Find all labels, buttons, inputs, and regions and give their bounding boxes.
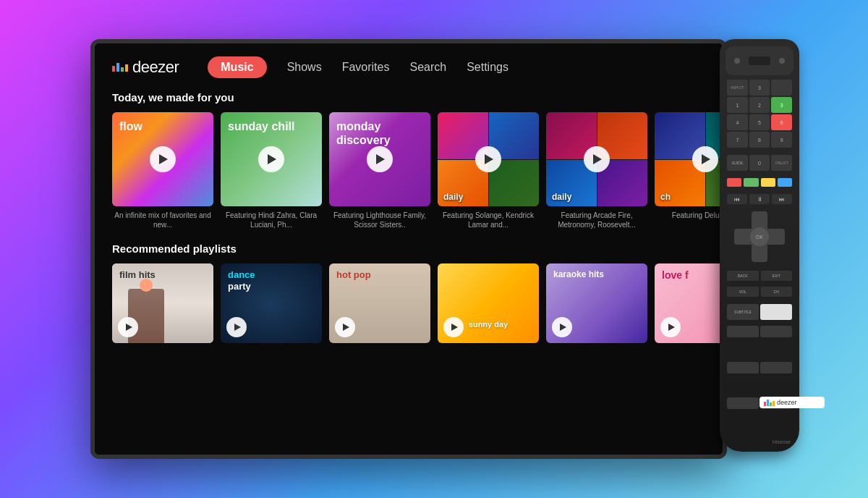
brand-bar-1 (764, 402, 766, 406)
nav-search[interactable]: Search (409, 61, 446, 74)
remote-btn-8[interactable]: 8 (749, 132, 770, 148)
card-daily1[interactable]: daily Featuring Solange, Kendrick Lamar … (438, 112, 539, 229)
remote-green-btn[interactable] (744, 178, 758, 187)
card-sunday-image: sunday chill (221, 112, 322, 206)
remote-btn-6[interactable]: 6 (771, 114, 792, 130)
remote-red-btn[interactable] (727, 178, 741, 187)
hot-pop-label: hot pop (336, 269, 371, 281)
remote-dpad: OK (734, 211, 785, 262)
playlist-dance-party[interactable]: dance party (221, 263, 322, 343)
remote-btn-7[interactable]: 7 (727, 132, 748, 148)
playlist-love[interactable]: love f (655, 263, 723, 343)
hot-pop-play[interactable] (335, 317, 355, 337)
card-monday-desc: Featuring Lighthouse Family, Scissor Sis… (329, 211, 430, 229)
playlist-film-hits[interactable]: film hits (112, 263, 213, 343)
remote-white-btn[interactable] (760, 304, 792, 320)
logo-bar-4 (125, 64, 128, 72)
remote-play-pause-btn[interactable]: ⏸ (749, 194, 770, 204)
daily3-label: ch (660, 192, 671, 202)
remote-btn-3[interactable]: 3 (749, 80, 770, 96)
remote-btn-guide[interactable]: GUIDE (727, 155, 748, 171)
film-hits-play[interactable] (118, 317, 138, 337)
sunny-day-play[interactable] (443, 317, 464, 337)
film-hits-image: film hits (112, 263, 213, 343)
card-daily2[interactable]: daily Featuring Arcade Fire, Metronomy, … (546, 112, 647, 229)
card-sunday-chill[interactable]: sunday chill Featuring Hindi Zahra, Clar… (221, 112, 322, 229)
playlist-sunny-day[interactable]: sunny day (438, 263, 539, 343)
section-today-title: Today, we made for you (112, 91, 705, 104)
card-daily3-image: ch (655, 112, 723, 206)
card-monday-image: monday discovery (329, 112, 430, 206)
remote-blue-btn[interactable] (778, 178, 792, 187)
nav-settings[interactable]: Settings (467, 61, 509, 74)
remote-btn-1[interactable]: 1 (727, 97, 748, 113)
dance-party-play[interactable] (226, 317, 247, 337)
remote-btn-9[interactable]: 9 (771, 132, 792, 148)
remote-dot-2 (779, 58, 785, 64)
remote-next-btn[interactable]: ⏭ (772, 194, 792, 204)
card-flow-play[interactable] (150, 146, 176, 172)
card-sunday-play[interactable] (258, 146, 284, 172)
remote-btn-5[interactable]: 5 (749, 114, 770, 130)
remote-back-btn[interactable]: BACK (727, 271, 759, 281)
remote-btn-2[interactable]: 2 (749, 97, 770, 113)
love-image: love f (655, 263, 723, 343)
playlist-hot-pop[interactable]: hot pop (329, 263, 430, 343)
dpad-ok[interactable]: OK (750, 227, 769, 246)
remote-btn-0[interactable]: 0 (749, 155, 770, 171)
remote-extra-3[interactable] (727, 362, 759, 374)
today-cards-row: flow An infinite mix of favorites and ne… (112, 112, 705, 229)
play-icon (593, 154, 602, 164)
remote-prev-btn[interactable]: ⏮ (727, 194, 747, 204)
love-label: love f (662, 269, 689, 282)
deezer-logo: deezer (112, 58, 179, 77)
card-flow-image: flow (112, 112, 213, 206)
card-daily1-play[interactable] (475, 146, 501, 172)
nav-music[interactable]: Music (208, 56, 266, 78)
card-daily1-desc: Featuring Solange, Kendrick Lamar and... (438, 211, 539, 229)
remote-extra-2[interactable] (760, 326, 792, 337)
remote-extra-4[interactable] (760, 362, 792, 374)
remote-vol-btn[interactable]: VOL (727, 287, 759, 297)
nav-shows[interactable]: Shows (287, 61, 322, 74)
remote-extra-5[interactable] (727, 397, 759, 409)
play-icon (234, 324, 241, 331)
card-monday-discovery[interactable]: monday discovery Featuring Lighthouse Fa… (329, 112, 430, 229)
remote-btn-3b[interactable]: 3 (771, 97, 792, 113)
remote-btn-input[interactable]: INPUT (727, 80, 748, 96)
sunny-day-label: sunny day (469, 320, 508, 329)
love-play[interactable] (660, 317, 681, 337)
remote-dot-1 (734, 58, 740, 64)
card-daily2-play[interactable] (584, 146, 610, 172)
daily2-label: daily (552, 192, 571, 202)
remote-vol-ch: VOL CH (726, 285, 793, 298)
remote-control: INPUT 3 1 2 3 4 5 6 7 8 9 GUIDE 0 ONLIST… (720, 39, 799, 452)
nav-favorites[interactable]: Favorites (342, 61, 390, 74)
card-flow[interactable]: flow An infinite mix of favorites and ne… (112, 112, 213, 229)
remote-subtitle-btn[interactable]: SUBTITLE (727, 304, 759, 320)
remote-brand-label: Hisense (726, 439, 793, 444)
remote-btn-empty (771, 80, 792, 96)
card-daily3[interactable]: ch Featuring Delusion... (655, 112, 723, 229)
tv-wrapper: deezer Music Shows Favorites Search Sett… (90, 25, 778, 473)
daily1-label: daily (443, 192, 463, 202)
remote-exit-btn[interactable]: EXIT (761, 271, 793, 281)
card-sunday-desc: Featuring Hindi Zahra, Clara Luciani, Ph… (221, 211, 322, 229)
film-hits-label: film hits (119, 269, 156, 280)
card-monday-label: monday discovery (336, 119, 430, 147)
remote-ch-btn[interactable]: CH (761, 287, 793, 297)
card-monday-play[interactable] (367, 146, 393, 172)
remote-media-btns: ⏮ ⏸ ⏭ (726, 193, 793, 206)
remote-btn-onlist[interactable]: ONLIST (771, 155, 792, 171)
remote-extra-btns (726, 324, 793, 434)
remote-back-exit: BACK EXIT (726, 269, 793, 282)
playlist-karaoke-hits[interactable]: karaoke hits (546, 263, 647, 343)
karaoke-hits-play[interactable] (552, 317, 572, 337)
nav-bar: deezer Music Shows Favorites Search Sett… (112, 56, 705, 78)
remote-extra-1[interactable] (727, 326, 759, 337)
remote-btn-4[interactable]: 4 (727, 114, 748, 130)
card-daily3-play[interactable] (692, 146, 718, 172)
logo-bar-1 (112, 66, 115, 72)
remote-yellow-btn[interactable] (761, 178, 775, 187)
play-icon (126, 324, 132, 331)
